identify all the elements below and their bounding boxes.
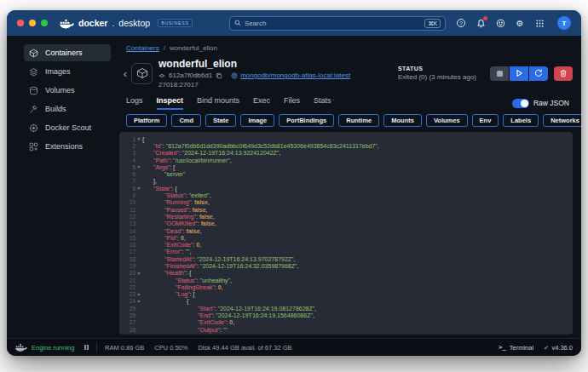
json-code: "Error": "", bbox=[142, 249, 573, 255]
copy-icon[interactable] bbox=[216, 72, 222, 79]
statusbar: Engine running RAM 0.86 GB CPU 0.50% Dis… bbox=[7, 338, 581, 356]
collapse-arrow-icon[interactable]: ▾ bbox=[135, 299, 142, 304]
json-token: , bbox=[215, 220, 216, 226]
status-label: STATUS bbox=[398, 66, 476, 72]
chip-volumes[interactable]: Volumes bbox=[426, 114, 468, 127]
json-line: 2"Id": "612a7f0db6d1dd390adbbc0f649d3c52… bbox=[124, 142, 573, 149]
engine-status[interactable]: Engine running bbox=[32, 344, 74, 352]
json-code: "ExitCode": 0, bbox=[142, 242, 573, 248]
sidebar-item-label: Images bbox=[45, 67, 71, 76]
tab-stats[interactable]: Stats bbox=[314, 96, 331, 110]
json-token: "Output" bbox=[198, 327, 220, 333]
collapse-arrow-icon[interactable]: ▾ bbox=[135, 271, 142, 276]
chip-mounts[interactable]: Mounts bbox=[383, 114, 422, 127]
json-token: , bbox=[184, 235, 186, 241]
raw-json-toggle[interactable] bbox=[512, 99, 529, 108]
chip-runtime[interactable]: Runtime bbox=[338, 114, 379, 127]
close-button[interactable] bbox=[17, 20, 24, 26]
sidebar-item-label: Docker Scout bbox=[45, 123, 91, 132]
chip-labels[interactable]: Labels bbox=[503, 114, 539, 127]
sidebar-item-label: Extensions bbox=[45, 142, 83, 151]
sidebar-item-images[interactable]: Images bbox=[24, 63, 111, 80]
sidebar-item-builds[interactable]: Builds bbox=[24, 100, 111, 117]
tab-logs[interactable]: Logs bbox=[126, 96, 143, 110]
line-number: 7 bbox=[124, 178, 135, 184]
search-input[interactable] bbox=[245, 20, 421, 27]
tab-bind-mounts[interactable]: Bind mounts bbox=[197, 96, 239, 110]
terminal-button[interactable]: >_ Terminal bbox=[499, 344, 533, 352]
back-chevron-icon[interactable]: ‹ bbox=[119, 68, 131, 79]
chip-portbindings[interactable]: PortBindings bbox=[279, 114, 334, 127]
help-icon[interactable]: ? bbox=[456, 18, 466, 28]
global-search[interactable]: ⌘K bbox=[229, 16, 446, 31]
json-token: "Error" bbox=[164, 249, 182, 255]
sidebar: ContainersImagesVolumesBuildsDocker Scou… bbox=[7, 36, 114, 338]
json-code: "FinishedAt": "2024-12-19T16:24:32.03598… bbox=[142, 263, 573, 269]
breadcrumb-current: wonderful_elion bbox=[170, 44, 217, 52]
json-token: , bbox=[313, 312, 314, 318]
chip-platform[interactable]: Platform bbox=[126, 114, 167, 127]
page-title: wonderful_elion bbox=[159, 58, 350, 70]
json-line: 22"FailingStreak": 0, bbox=[124, 283, 573, 290]
line-number: 28 bbox=[124, 327, 135, 333]
line-number: 16 bbox=[124, 242, 135, 248]
collapse-arrow-icon[interactable]: ▾ bbox=[135, 186, 142, 191]
collapse-arrow-icon[interactable]: ▾ bbox=[135, 136, 142, 141]
breadcrumb-containers-link[interactable]: Containers bbox=[126, 44, 159, 52]
json-token: : [ bbox=[190, 291, 195, 297]
json-token: "Status" bbox=[176, 278, 197, 283]
collapse-arrow-icon[interactable]: ▾ bbox=[135, 292, 142, 297]
container-cube-icon bbox=[131, 63, 153, 84]
main-area: ContainersImagesVolumesBuildsDocker Scou… bbox=[7, 36, 581, 338]
pause-engine-icon[interactable] bbox=[84, 345, 89, 350]
window-controls bbox=[17, 20, 48, 26]
json-token: , bbox=[189, 249, 191, 255]
docker-whale-icon bbox=[60, 18, 74, 29]
brand-docker: docker bbox=[78, 18, 107, 28]
breadcrumb-separator: / bbox=[164, 44, 165, 52]
start-button[interactable] bbox=[510, 66, 528, 81]
notifications-bell-icon[interactable] bbox=[476, 18, 486, 28]
json-code: ], bbox=[142, 178, 573, 184]
tab-files[interactable]: Files bbox=[284, 96, 300, 110]
json-code: "FailingStreak": 0, bbox=[142, 284, 573, 290]
sidebar-item-extensions[interactable]: Extensions bbox=[24, 138, 111, 155]
apps-grid-icon[interactable] bbox=[534, 18, 545, 28]
minimize-button[interactable] bbox=[29, 20, 36, 26]
json-token: "unhealthy" bbox=[200, 278, 230, 283]
json-line: 27"ExitCode": 0, bbox=[124, 319, 573, 326]
chip-cmd[interactable]: Cmd bbox=[171, 114, 201, 127]
json-code: { bbox=[142, 298, 573, 304]
line-number: 18 bbox=[124, 256, 135, 262]
docker-scout-icon bbox=[29, 123, 38, 133]
image-link[interactable]: mongodb/mongodb-atlas-local:latest bbox=[231, 72, 350, 79]
json-code: } bbox=[142, 334, 573, 335]
chip-env[interactable]: Env bbox=[472, 114, 499, 127]
maximize-button[interactable] bbox=[41, 20, 48, 26]
port-mapping: 27018:27017 bbox=[159, 81, 350, 89]
user-avatar[interactable]: T bbox=[557, 16, 571, 30]
tab-exec[interactable]: Exec bbox=[253, 96, 270, 110]
chip-state[interactable]: State bbox=[205, 114, 236, 127]
tab-inspect[interactable]: Inspect bbox=[157, 96, 184, 110]
chip-networks[interactable]: Networks bbox=[543, 114, 581, 127]
delete-button[interactable] bbox=[554, 66, 573, 81]
chip-image[interactable]: Image bbox=[240, 114, 274, 127]
json-token: , bbox=[230, 278, 232, 283]
json-token: "Path" bbox=[153, 157, 170, 163]
sidebar-item-docker-scout[interactable]: Docker Scout bbox=[24, 119, 111, 136]
collapse-arrow-icon[interactable]: ▾ bbox=[135, 164, 142, 169]
extensions-icon bbox=[29, 142, 38, 152]
settings-gear-icon[interactable]: ⚙ bbox=[515, 18, 525, 28]
trash-icon bbox=[559, 69, 568, 77]
restart-button[interactable] bbox=[529, 66, 548, 81]
sidebar-item-volumes[interactable]: Volumes bbox=[24, 82, 111, 99]
sidebar-item-containers[interactable]: Containers bbox=[24, 44, 111, 61]
json-token: , bbox=[209, 192, 210, 198]
ram-usage: RAM 0.86 GB bbox=[105, 344, 144, 352]
stop-button[interactable] bbox=[490, 66, 509, 81]
json-token: "Pid" bbox=[164, 235, 177, 241]
version-status[interactable]: ✓ v4.36.0 bbox=[544, 344, 573, 352]
feedback-icon[interactable] bbox=[495, 18, 505, 28]
json-code: "Args": [ bbox=[142, 164, 573, 170]
